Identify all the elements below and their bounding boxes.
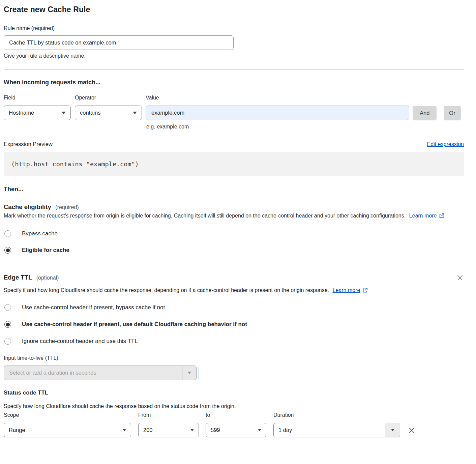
or-button[interactable]: Or xyxy=(444,106,460,120)
edge-ttl-learn-more-link[interactable]: Learn more xyxy=(333,285,360,295)
section-divider xyxy=(4,265,464,265)
chevron-down-icon xyxy=(123,429,126,431)
chevron-down-icon xyxy=(62,112,66,114)
ttl-duration-placeholder: Select or add a duration in seconds xyxy=(4,366,182,380)
cache-eligibility-heading: Cache eligibility xyxy=(4,203,51,210)
ttl-duration-select[interactable]: Select or add a duration in seconds xyxy=(4,366,197,380)
duration-select[interactable]: 1 day xyxy=(273,423,400,437)
operator-select-value: contains xyxy=(80,110,100,116)
scope-label: Scope xyxy=(4,412,131,418)
field-select-value: Hostname xyxy=(9,110,34,116)
radio-icon xyxy=(4,338,11,345)
status-code-ttl-description: Specify how long Cloudflare should cache… xyxy=(4,401,464,411)
cache-eligibility-description: Mark whether the request's response from… xyxy=(4,213,406,219)
radio-label: Use cache-control header if present, byp… xyxy=(22,304,165,311)
chevron-down-icon xyxy=(133,112,137,114)
cache-eligibility-qualifier: (required) xyxy=(55,204,79,210)
external-link-icon xyxy=(362,288,368,293)
expression-code-block: (http.host contains "example.com") xyxy=(4,152,464,176)
expression-preview-label: Expression Preview xyxy=(4,141,53,147)
from-select[interactable]: 200 xyxy=(138,423,199,437)
status-code-ttl-heading: Status code TTL xyxy=(4,389,464,396)
operator-select[interactable]: contains xyxy=(75,106,142,120)
to-select-value: 599 xyxy=(211,427,220,433)
duration-label: Duration xyxy=(273,412,400,418)
edit-expression-link[interactable]: Edit expression xyxy=(427,141,464,147)
text-cursor xyxy=(199,367,199,379)
radio-icon xyxy=(4,247,11,254)
field-select[interactable]: Hostname xyxy=(4,106,71,120)
radio-icon xyxy=(4,321,11,328)
ttl-input-label: Input time-to-live (TTL) xyxy=(4,355,58,361)
chevron-down-icon xyxy=(190,429,194,431)
radio-use-header-bypass[interactable]: Use cache-control header if present, byp… xyxy=(4,304,464,311)
radio-icon xyxy=(4,304,11,311)
to-select[interactable]: 599 xyxy=(206,423,266,437)
value-helper: e.g. example.com xyxy=(146,124,409,130)
scope-select[interactable]: Range xyxy=(4,423,131,437)
from-label: From xyxy=(138,412,199,418)
value-input[interactable] xyxy=(146,106,409,120)
rule-name-input[interactable] xyxy=(4,35,234,50)
chevron-down-icon[interactable] xyxy=(182,366,196,380)
radio-label: Bypass cache xyxy=(22,230,58,237)
close-icon xyxy=(457,274,463,281)
radio-label: Ignore cache-control header and use this… xyxy=(22,338,138,345)
then-heading: Then... xyxy=(4,186,464,193)
expression-code: (http.host contains "example.com") xyxy=(11,161,139,168)
radio-ignore-header-ttl[interactable]: Ignore cache-control header and use this… xyxy=(4,338,464,345)
and-button[interactable]: And xyxy=(413,106,437,120)
to-label: to xyxy=(206,412,266,418)
external-link-icon xyxy=(439,213,444,219)
cache-eligibility-learn-more-link[interactable]: Learn more xyxy=(409,211,437,221)
radio-bypass-cache[interactable]: Bypass cache xyxy=(4,230,464,237)
value-label: Value xyxy=(146,95,409,101)
status-code-row-remove-button[interactable] xyxy=(408,423,416,438)
edge-ttl-heading: Edge TTL xyxy=(4,274,32,281)
rule-name-label: Rule name (required) xyxy=(4,25,55,31)
scope-select-value: Range xyxy=(9,427,25,433)
operator-label: Operator xyxy=(75,95,142,101)
close-icon xyxy=(408,427,415,434)
radio-label: Eligible for cache xyxy=(22,247,69,254)
radio-label: Use cache-control header if present, use… xyxy=(22,321,247,328)
from-select-value: 200 xyxy=(143,427,153,433)
radio-icon xyxy=(4,230,11,237)
field-label: Field xyxy=(4,95,71,101)
chevron-down-icon[interactable] xyxy=(385,423,400,437)
section-divider xyxy=(4,69,464,70)
page-title: Create new Cache Rule xyxy=(4,5,464,14)
match-heading: When incoming requests match... xyxy=(4,79,464,86)
radio-eligible-for-cache[interactable]: Eligible for cache xyxy=(4,247,464,254)
edge-ttl-close-button[interactable] xyxy=(456,274,464,282)
radio-use-header-default[interactable]: Use cache-control header if present, use… xyxy=(4,321,464,328)
rule-name-helper: Give your rule a descriptive name. xyxy=(4,53,464,59)
edge-ttl-description: Specify if and how long Cloudflare shoul… xyxy=(4,287,329,293)
duration-select-value: 1 day xyxy=(274,423,385,437)
edge-ttl-qualifier: (optional) xyxy=(36,275,59,281)
chevron-down-icon xyxy=(258,429,261,431)
